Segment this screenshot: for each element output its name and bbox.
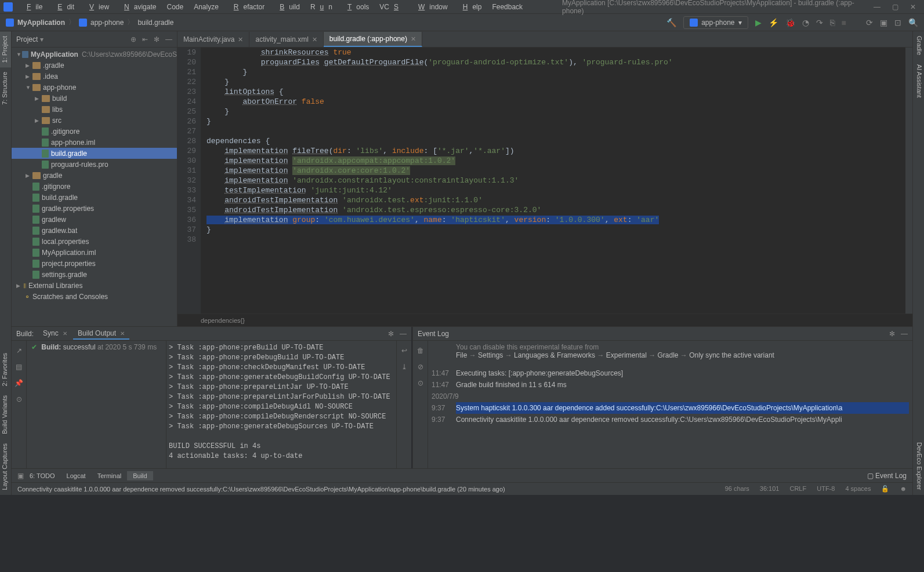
event-log-entry[interactable]: 9:37Connectivity caaskitlite 1.0.0.000 a… — [432, 414, 909, 425]
menu-help[interactable]: Help — [454, 2, 487, 12]
editor-breadcrumb[interactable]: dependencies{} — [177, 314, 912, 326]
build-tab[interactable]: Sync ✕ — [38, 328, 72, 340]
status-line-ending[interactable]: CRLF — [789, 485, 806, 493]
sdk-icon[interactable]: ⊡ — [894, 18, 901, 27]
tree-item-settings-gradle[interactable]: settings.gradle — [12, 269, 177, 280]
search-icon[interactable]: 🔍 — [908, 18, 918, 27]
hide-icon[interactable]: — — [165, 35, 172, 43]
build-tree[interactable]: ✔ Build: successful at 2020 5 s 739 ms — [27, 341, 166, 468]
editor-tab[interactable]: build.gradle (:app-phone)✕ — [324, 32, 422, 47]
menu-window[interactable]: Window — [409, 2, 452, 12]
filter-icon[interactable]: ▤ — [16, 363, 22, 371]
tree-item-app-phone[interactable]: ▼app-phone — [12, 82, 177, 93]
sync-icon[interactable]: ⟳ — [866, 18, 873, 27]
close-icon[interactable]: ✕ — [910, 3, 916, 11]
minimize-icon[interactable]: — — [874, 3, 880, 11]
tree-item-gradle-properties[interactable]: gradle.properties — [12, 203, 177, 214]
tree-item-gradlew-bat[interactable]: gradlew.bat — [12, 225, 177, 236]
menu-file[interactable]: File — [17, 2, 47, 12]
tab-build-variants[interactable]: Build Variants — [0, 391, 11, 439]
tree-item-build-gradle[interactable]: build.gradle — [12, 192, 177, 203]
attach-icon[interactable]: ⎘ — [830, 18, 835, 27]
menu-edit[interactable]: Edit — [48, 2, 79, 12]
hide-icon[interactable]: — — [400, 330, 407, 338]
menu-view[interactable]: View — [80, 2, 114, 12]
more-icon[interactable]: ⊙ — [16, 395, 22, 403]
menu-analyze[interactable]: Analyze — [189, 2, 223, 12]
run-button[interactable]: ▶ — [755, 18, 762, 27]
collapse-icon[interactable]: ⇤ — [142, 35, 148, 43]
tree-item-app-phone-iml[interactable]: app-phone.iml — [12, 137, 177, 148]
tree-item-proguard-rules-pro[interactable]: proguard-rules.pro — [12, 159, 177, 170]
tree-scratches[interactable]: ⚬ Scratches and Consoles — [12, 291, 177, 302]
bottom-tab-logcat[interactable]: Logcat — [61, 471, 92, 480]
chevron-icon[interactable]: ▶ — [26, 63, 32, 68]
event-log-entry[interactable]: 11:47Executing tasks: [:app-phone:genera… — [432, 367, 909, 379]
bottom-tab-build[interactable]: Build — [127, 471, 153, 480]
stop-button[interactable]: ■ — [842, 18, 846, 27]
inspector-icon[interactable]: ☻ — [900, 485, 907, 493]
debug-button[interactable]: 🐞 — [785, 18, 795, 27]
menu-code[interactable]: Code — [162, 2, 188, 12]
status-caret-pos[interactable]: 36:101 — [760, 485, 780, 493]
close-icon[interactable]: ✕ — [238, 36, 243, 43]
breadcrumb-item[interactable]: build.gradle — [137, 19, 173, 27]
editor-body[interactable]: 1920212223242526272829303132333435363738… — [177, 48, 912, 314]
hide-icon[interactable]: — — [901, 330, 908, 338]
tab-favorites[interactable]: 2: Favorites — [0, 348, 11, 391]
status-encoding[interactable]: UTF-8 — [817, 485, 835, 493]
close-icon[interactable]: ✕ — [411, 35, 416, 43]
breadcrumb-item[interactable]: app-phone — [90, 19, 124, 27]
tree-root[interactable]: ▼ MyApplication C:\Users\zwx895966\DevEc… — [12, 49, 177, 60]
editor-code[interactable]: shrinkResources true proguardFiles getDe… — [201, 48, 905, 314]
run-config-selector[interactable]: app-phone ▾ — [683, 16, 748, 29]
tree-item--gradle[interactable]: ▶.gradle — [12, 60, 177, 71]
tree-item-build[interactable]: ▶build — [12, 93, 177, 104]
tree-item-build-gradle[interactable]: build.gradle — [12, 148, 177, 159]
chevron-icon[interactable]: ▶ — [35, 118, 42, 123]
tree-item-myapplication-iml[interactable]: MyApplication.iml — [12, 247, 177, 258]
build-tab[interactable]: Build Output ✕ — [73, 328, 129, 340]
maximize-icon[interactable]: ▢ — [892, 3, 898, 11]
lock-icon[interactable]: 🔓 — [881, 485, 889, 493]
menu-run[interactable]: Run — [306, 2, 337, 12]
tab-deveco[interactable]: DevEco Explorer — [913, 438, 924, 495]
project-tree[interactable]: ▼ MyApplication C:\Users\zwx895966\DevEc… — [12, 48, 177, 326]
menu-refactor[interactable]: Refactor — [224, 2, 269, 12]
menu-vcs[interactable]: VCS — [375, 2, 408, 12]
settings-icon[interactable]: ⊙ — [418, 379, 423, 387]
tree-item-gradlew[interactable]: gradlew — [12, 214, 177, 225]
pin-icon[interactable]: 📌 — [15, 379, 23, 387]
menu-tools[interactable]: Tools — [338, 2, 374, 12]
chevron-icon[interactable]: ▶ — [26, 173, 32, 178]
menu-navigate[interactable]: Navigate — [115, 2, 161, 12]
lightning-icon[interactable]: ⚡ — [769, 18, 778, 27]
tree-item--gitignore[interactable]: .gitignore — [12, 181, 177, 192]
soft-wrap-icon[interactable]: ↩ — [401, 347, 407, 355]
chevron-icon[interactable]: ▼ — [26, 85, 32, 90]
tree-item-src[interactable]: ▶src — [12, 115, 177, 126]
close-icon[interactable]: ✕ — [120, 330, 125, 337]
editor-tab[interactable]: MainActivity.java✕ — [177, 32, 249, 47]
bottom-tab-terminal[interactable]: Terminal — [92, 471, 128, 480]
scroll-end-icon[interactable]: ⤓ — [401, 363, 407, 371]
gear-icon[interactable]: ✻ — [388, 330, 394, 338]
tree-item--idea[interactable]: ▶.idea — [12, 71, 177, 82]
coverage-icon[interactable]: ↷ — [816, 18, 823, 27]
gear-icon[interactable]: ✻ — [154, 35, 160, 43]
breadcrumb-item[interactable]: MyApplication — [17, 19, 65, 27]
rerun-icon[interactable]: ↗ — [16, 347, 22, 355]
tree-item--gitignore[interactable]: .gitignore — [12, 126, 177, 137]
status-indent[interactable]: 4 spaces — [845, 485, 871, 493]
profile-icon[interactable]: ◔ — [802, 18, 809, 27]
tree-item-project-properties[interactable]: project.properties — [12, 258, 177, 269]
avd-icon[interactable]: ▣ — [880, 18, 887, 27]
hammer-icon[interactable]: 🔨 — [666, 18, 676, 27]
menu-build[interactable]: Build — [270, 2, 305, 12]
collapse-icon[interactable]: ▣ — [17, 472, 24, 480]
close-icon[interactable]: ✕ — [63, 330, 67, 337]
tab-layout-captures[interactable]: Layout Captures — [0, 439, 11, 495]
tab-assistant[interactable]: AI Assistant — [913, 60, 924, 102]
chevron-icon[interactable]: ▶ — [26, 74, 32, 79]
event-log-content[interactable]: You can disable this experimental featur… — [428, 341, 912, 468]
